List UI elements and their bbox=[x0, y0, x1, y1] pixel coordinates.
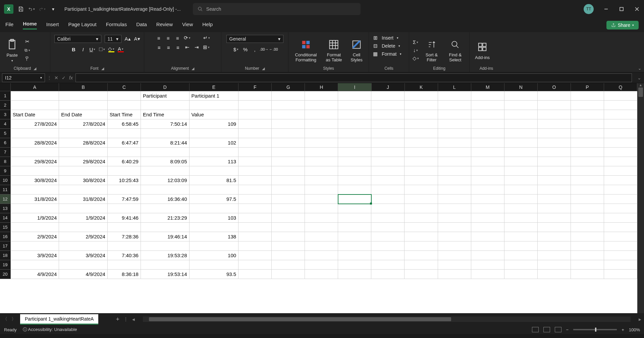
cell[interactable] bbox=[305, 157, 338, 166]
cell[interactable] bbox=[305, 204, 338, 213]
increase-decimal-icon[interactable]: .00→ bbox=[261, 46, 267, 52]
row-header[interactable]: 15 bbox=[0, 223, 11, 232]
page-layout-view-button[interactable] bbox=[543, 327, 550, 332]
cell[interactable] bbox=[305, 91, 338, 101]
cell[interactable] bbox=[538, 260, 571, 270]
cell[interactable] bbox=[305, 223, 338, 232]
row-header[interactable]: 20 bbox=[0, 270, 11, 279]
cell[interactable]: 27/8/2024 bbox=[11, 119, 59, 129]
cell[interactable]: Value bbox=[190, 110, 239, 119]
cell[interactable] bbox=[504, 176, 538, 185]
cell[interactable] bbox=[141, 260, 190, 270]
cell[interactable] bbox=[272, 232, 305, 241]
merge-icon[interactable]: ⊞ bbox=[203, 44, 209, 50]
hscroll-left-icon[interactable]: ◀ bbox=[132, 318, 135, 321]
cell[interactable] bbox=[272, 176, 305, 185]
cell[interactable] bbox=[338, 194, 371, 204]
minimize-button[interactable] bbox=[603, 6, 609, 12]
column-header[interactable]: Q bbox=[604, 83, 637, 91]
cell[interactable] bbox=[604, 223, 637, 232]
cell[interactable] bbox=[272, 241, 305, 251]
cell[interactable] bbox=[538, 157, 571, 166]
cell[interactable] bbox=[238, 101, 272, 110]
cell[interactable] bbox=[538, 148, 571, 157]
font-name-select[interactable]: Calibri▾ bbox=[54, 35, 101, 43]
cell[interactable]: 109 bbox=[190, 119, 239, 129]
column-header[interactable]: E bbox=[190, 83, 239, 91]
cell[interactable] bbox=[538, 194, 571, 204]
cell[interactable] bbox=[471, 157, 504, 166]
formula-input[interactable] bbox=[75, 73, 632, 82]
cell[interactable] bbox=[190, 260, 239, 270]
cell[interactable] bbox=[571, 110, 604, 119]
cell[interactable] bbox=[272, 270, 305, 279]
cell[interactable] bbox=[272, 251, 305, 260]
cell[interactable] bbox=[438, 166, 471, 176]
percent-icon[interactable]: % bbox=[243, 46, 249, 52]
cell[interactable]: 30/8/2024 bbox=[11, 176, 59, 185]
cell[interactable] bbox=[538, 129, 571, 138]
cell[interactable] bbox=[371, 148, 405, 157]
currency-icon[interactable]: $ bbox=[233, 46, 239, 52]
column-header[interactable]: G bbox=[272, 83, 305, 91]
cell[interactable] bbox=[405, 91, 438, 101]
cell[interactable] bbox=[471, 213, 504, 223]
cell[interactable]: 19:53:28 bbox=[141, 251, 190, 260]
cell[interactable]: 2/9/2024 bbox=[59, 232, 108, 241]
sort-filter-button[interactable]: Sort & Filter bbox=[422, 38, 441, 62]
cell[interactable] bbox=[405, 241, 438, 251]
cell[interactable] bbox=[504, 166, 538, 176]
cell[interactable] bbox=[338, 260, 371, 270]
find-select-button[interactable]: Find & Select bbox=[445, 38, 466, 62]
cell[interactable] bbox=[604, 194, 637, 204]
cell[interactable] bbox=[405, 138, 438, 148]
cell[interactable] bbox=[190, 148, 239, 157]
accessibility-status[interactable]: ⓘ Accessibility: Unavailable bbox=[23, 327, 77, 333]
number-launcher-icon[interactable]: ◢ bbox=[262, 66, 265, 71]
cell[interactable] bbox=[59, 241, 108, 251]
row-header[interactable]: 16 bbox=[0, 232, 11, 241]
cell[interactable] bbox=[371, 194, 405, 204]
cell[interactable] bbox=[338, 241, 371, 251]
cell[interactable] bbox=[571, 101, 604, 110]
cell[interactable] bbox=[305, 138, 338, 148]
cell[interactable] bbox=[59, 223, 108, 232]
row-header[interactable]: 13 bbox=[0, 204, 11, 213]
row-header[interactable]: 5 bbox=[0, 129, 11, 138]
cell[interactable] bbox=[11, 185, 59, 194]
cell[interactable] bbox=[238, 91, 272, 101]
font-color-icon[interactable]: A bbox=[118, 46, 124, 52]
cell[interactable] bbox=[438, 260, 471, 270]
cell[interactable] bbox=[238, 148, 272, 157]
cell[interactable] bbox=[338, 204, 371, 213]
column-header[interactable]: M bbox=[471, 83, 504, 91]
cell[interactable] bbox=[59, 148, 108, 157]
cell[interactable] bbox=[571, 138, 604, 148]
cell[interactable] bbox=[141, 241, 190, 251]
decrease-decimal-icon[interactable]: ←.00 bbox=[271, 46, 277, 52]
cell[interactable] bbox=[438, 241, 471, 251]
cell[interactable] bbox=[471, 119, 504, 129]
save-icon[interactable] bbox=[17, 6, 24, 12]
tab-file[interactable]: File bbox=[5, 21, 13, 29]
cell[interactable] bbox=[305, 148, 338, 157]
row-header[interactable]: 1 bbox=[0, 91, 11, 101]
cell[interactable] bbox=[471, 251, 504, 260]
cell[interactable] bbox=[272, 213, 305, 223]
cell[interactable] bbox=[371, 166, 405, 176]
cell[interactable] bbox=[405, 148, 438, 157]
cell[interactable]: 8:21:44 bbox=[141, 138, 190, 148]
cell[interactable] bbox=[190, 185, 239, 194]
cell[interactable] bbox=[371, 260, 405, 270]
cell[interactable] bbox=[108, 148, 141, 157]
cell[interactable] bbox=[504, 260, 538, 270]
clear-icon[interactable]: ◇ bbox=[413, 55, 419, 61]
row-header[interactable]: 17 bbox=[0, 241, 11, 251]
cell[interactable] bbox=[371, 270, 405, 279]
cell[interactable] bbox=[571, 119, 604, 129]
cell[interactable]: 1/9/2024 bbox=[11, 213, 59, 223]
cell[interactable] bbox=[571, 232, 604, 241]
cell[interactable] bbox=[604, 157, 637, 166]
sheet-nav-prev-icon[interactable]: 〈 bbox=[3, 316, 7, 322]
cell[interactable] bbox=[238, 185, 272, 194]
